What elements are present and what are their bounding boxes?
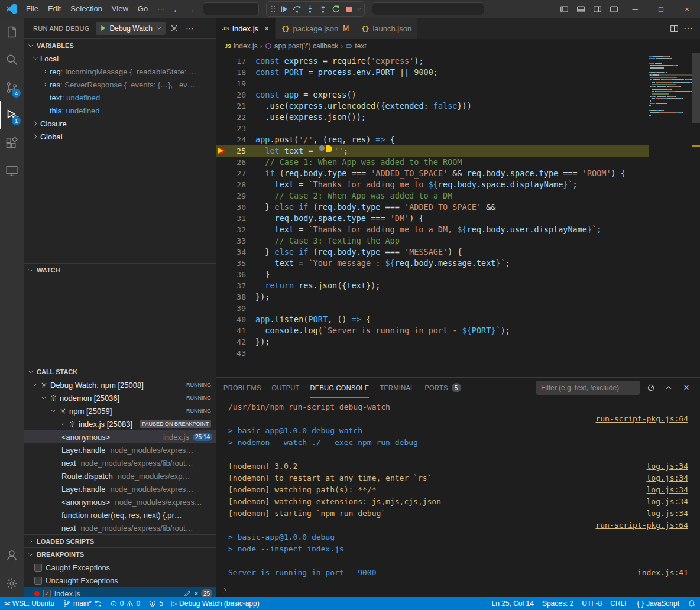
code-line-17[interactable]: 17const express = require('express'); <box>216 56 649 67</box>
split-editor-icon[interactable] <box>670 24 679 33</box>
code-line-31[interactable]: 31 req.body.space.type === 'DM') { <box>216 213 649 224</box>
callstack-session[interactable]: index.js [25083] PAUSED ON BREAKPOINT <box>24 417 216 430</box>
breakpoint-checkbox[interactable] <box>34 577 42 585</box>
menu-more[interactable]: ··· <box>153 0 170 18</box>
code-line-41[interactable]: 41 console.log(`Server is running in por… <box>216 325 649 336</box>
variable-row[interactable]: this: undefined <box>24 104 216 117</box>
stack-frame[interactable]: next node_modules/express/lib/rout… <box>24 521 216 534</box>
toggle-sidebar-icon[interactable] <box>556 0 572 18</box>
glyph-margin[interactable] <box>216 280 227 291</box>
variable-row[interactable]: res: ServerResponse {_events: {…}, _ev… <box>24 78 216 91</box>
variable-scope[interactable]: Global <box>24 130 216 143</box>
stack-frame[interactable]: Route.dispatch node_modules/exp… <box>24 469 216 482</box>
callstack-session[interactable]: npm [25059] RUNNING <box>24 404 216 417</box>
code-line-29[interactable]: 29 // Case 2: When App was added to a DM <box>216 190 649 202</box>
source-link[interactable]: log.js:34 <box>647 460 693 472</box>
glyph-margin[interactable] <box>216 336 227 348</box>
clear-console-icon[interactable] <box>644 381 657 394</box>
glyph-margin[interactable] <box>216 269 227 280</box>
glyph-margin[interactable] <box>216 235 227 246</box>
activitybar-search[interactable] <box>0 46 24 73</box>
code-line-28[interactable]: 28 text = `Thanks for adding me to ${req… <box>216 179 649 190</box>
panel-tab-output[interactable]: OUTPUT <box>272 378 300 398</box>
glyph-margin[interactable] <box>216 325 227 336</box>
menu-view[interactable]: View <box>107 0 133 18</box>
close-panel-icon[interactable]: × <box>680 381 693 394</box>
activitybar-remote-explorer[interactable] <box>0 157 24 184</box>
glyph-margin[interactable] <box>216 224 227 235</box>
console-filter-input[interactable] <box>536 381 640 395</box>
activitybar-extensions[interactable] <box>0 129 24 157</box>
customize-layout-icon[interactable] <box>605 0 622 18</box>
code-line-23[interactable]: 23 <box>216 123 649 134</box>
breadcrumb-item[interactable]: JS index.js <box>225 42 258 50</box>
glyph-margin[interactable] <box>216 145 227 157</box>
code-line-19[interactable]: 19 <box>216 78 649 89</box>
code-line-37[interactable]: 37 return res.json({text}); <box>216 280 649 291</box>
source-link[interactable]: log.js:34 <box>647 484 693 496</box>
source-link[interactable]: run-script-pkg.js:64 <box>595 413 693 425</box>
toggle-secondary-sidebar-icon[interactable] <box>589 0 605 18</box>
tab-launch.json[interactable]: {}launch.json <box>355 18 418 39</box>
stack-frame[interactable]: <anonymous> node_modules/express… <box>24 495 216 508</box>
toggle-panel-icon[interactable] <box>572 0 589 18</box>
activitybar-run-and-debug[interactable]: 1 <box>0 101 24 129</box>
stack-frame[interactable]: function router(req, res, next) {.pr… <box>24 508 216 521</box>
problems-indicator[interactable]: 0 0 <box>106 597 144 610</box>
menu-file[interactable]: File <box>21 0 43 18</box>
panel-tab-terminal[interactable]: TERMINAL <box>380 378 414 398</box>
code-line-38[interactable]: 38}); <box>216 291 649 303</box>
stack-frame[interactable]: Layer.handle node_modules/expres… <box>24 482 216 495</box>
minimap[interactable] <box>649 56 692 119</box>
glyph-margin[interactable] <box>216 100 227 112</box>
stack-frame[interactable]: <anonymous> index.js25:14 <box>24 430 216 443</box>
panel-tab-ports[interactable]: PORTS5 <box>424 378 461 398</box>
code-line-33[interactable]: 33 // Case 3: Texting the App <box>216 235 649 246</box>
code-editor[interactable]: 17const express = require('express'); 18… <box>216 53 700 377</box>
code-line-20[interactable]: 20const app = express() <box>216 89 649 100</box>
close-tab-icon[interactable]: × <box>264 24 269 33</box>
variables-header[interactable]: VARIABLES <box>24 39 216 52</box>
watch-header[interactable]: WATCH <box>24 264 216 277</box>
glyph-margin[interactable] <box>216 348 227 359</box>
indentation[interactable]: Spaces: 2 <box>538 597 578 610</box>
code-line-26[interactable]: 26 // Case 1: When App was added to the … <box>216 157 649 168</box>
code-line-32[interactable]: 32 text = `Thanks for adding me to a DM,… <box>216 224 649 235</box>
inline-breakpoint-icon[interactable] <box>319 145 325 151</box>
glyph-margin[interactable] <box>216 246 227 258</box>
editor-scrollbar[interactable] <box>692 53 700 377</box>
code-line-42[interactable]: 42}); <box>216 336 649 348</box>
maximize-button[interactable]: □ <box>648 0 674 18</box>
stop-icon[interactable] <box>342 2 355 15</box>
edit-breakpoint-icon[interactable] <box>183 589 192 597</box>
close-button[interactable]: × <box>674 0 700 18</box>
code-line-39[interactable]: 39 <box>216 303 649 314</box>
activitybar-explorer[interactable] <box>0 18 24 46</box>
source-link[interactable]: log.js:34 <box>647 508 693 520</box>
source-link[interactable]: log.js:34 <box>647 472 693 484</box>
start-debug-icon[interactable] <box>99 24 107 32</box>
step-into-icon[interactable] <box>303 2 316 15</box>
glyph-margin[interactable] <box>216 258 227 269</box>
variable-scope[interactable]: Closure <box>24 117 216 130</box>
remote-indicator[interactable]: >< WSL: Ubuntu <box>0 597 59 610</box>
configure-gear-icon[interactable] <box>168 22 181 35</box>
glyph-margin[interactable] <box>216 112 227 123</box>
debug-console-input[interactable] <box>216 583 700 597</box>
stack-frame[interactable]: next node_modules/express/lib/rout… <box>24 456 216 469</box>
breakpoints-header[interactable]: BREAKPOINTS <box>24 548 216 561</box>
activitybar-manage[interactable] <box>0 569 24 597</box>
forward-icon[interactable]: → <box>184 4 198 14</box>
restart-icon[interactable] <box>329 2 342 15</box>
breadcrumb-item[interactable]: app.post('/') callback <box>265 42 339 50</box>
glyph-margin[interactable] <box>216 157 227 168</box>
menu-selection[interactable]: Selection <box>66 0 106 18</box>
glyph-margin[interactable] <box>216 179 227 190</box>
source-link[interactable]: index.js:41 <box>637 567 693 579</box>
breakpoint-row[interactable]: ✓ index.js × 25 <box>24 587 216 597</box>
glyph-margin[interactable] <box>216 202 227 213</box>
code-line-18[interactable]: 18const PORT = process.env.PORT || 9000; <box>216 67 649 78</box>
glyph-margin[interactable] <box>216 303 227 314</box>
glyph-margin[interactable] <box>216 314 227 325</box>
panel-tab-problems[interactable]: PROBLEMS <box>223 378 261 398</box>
